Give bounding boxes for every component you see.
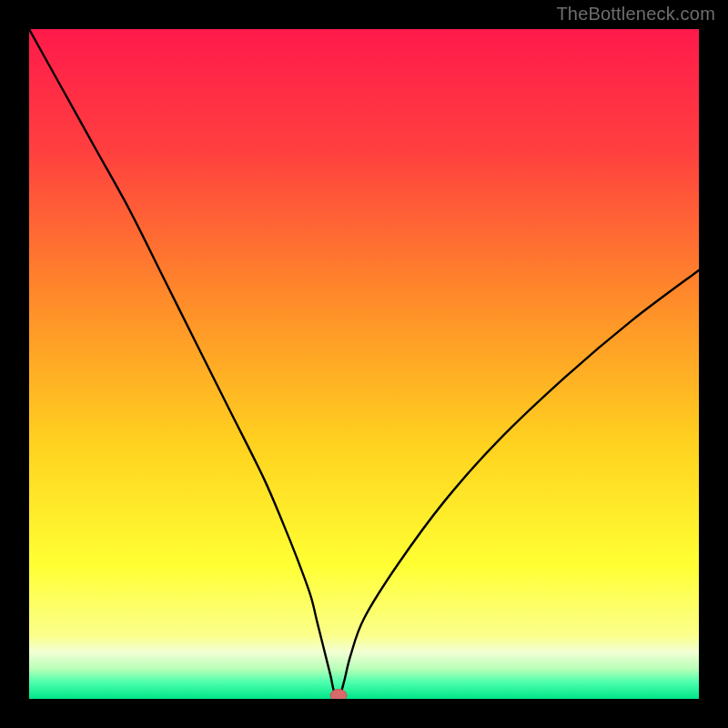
bottleneck-chart xyxy=(29,29,699,699)
plot-area xyxy=(29,29,699,699)
gradient-background xyxy=(29,29,699,699)
chart-frame: TheBottleneck.com xyxy=(0,0,728,728)
watermark-text: TheBottleneck.com xyxy=(556,4,715,25)
minimum-marker xyxy=(330,690,347,700)
